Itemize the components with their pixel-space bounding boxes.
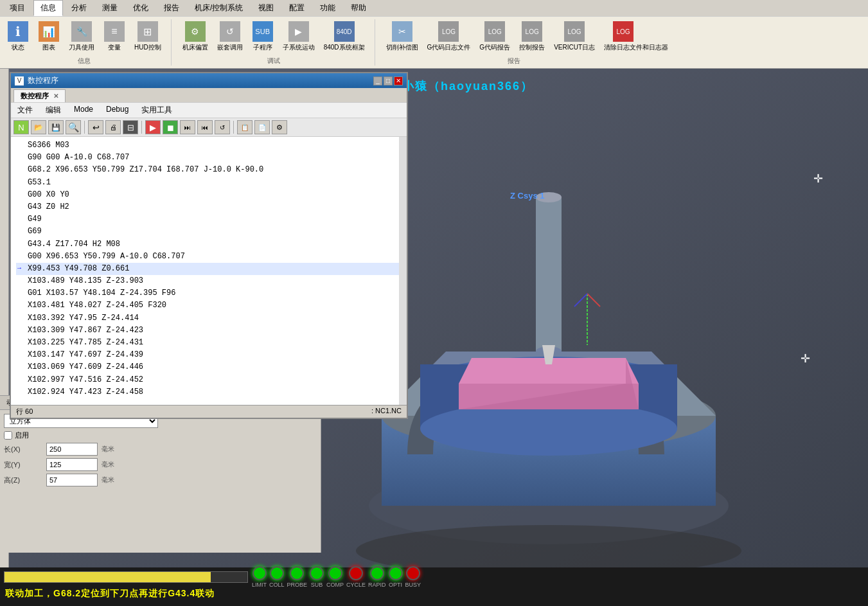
btn-clear-log[interactable]: LOG 清除日志文件和日志器 (601, 19, 646, 54)
nc-menu-debug[interactable]: Debug (102, 103, 132, 117)
nc-line-0[interactable]: S6366 M03 (16, 139, 402, 152)
nc-line-9[interactable]: G00 X96.653 Y50.799 A-10.0 C68.707 (16, 251, 402, 263)
btn-cut-comp[interactable]: ✂ 切削补偿图 (383, 19, 421, 54)
nc-line-20[interactable]: X102.924 Y47.423 Z-24.458 (16, 386, 402, 398)
nc-window-tabs: 数控程序 ✕ (11, 88, 407, 103)
btn-nested-call[interactable]: ↺ 嵌套调用 (214, 19, 246, 54)
toolbar-sep-1 (84, 121, 85, 134)
nc-line-11[interactable]: X103.489 Y48.135 Z-23.903 (16, 275, 402, 287)
tab-report[interactable]: 报告 (157, 0, 186, 16)
field-y-input[interactable] (46, 458, 98, 471)
nc-line-14[interactable]: X103.392 Y47.95 Z-24.414 (16, 312, 402, 325)
nc-btn-next[interactable]: ↺ (215, 120, 230, 134)
nc-scrollbar[interactable] (399, 137, 407, 405)
tab-config[interactable]: 配置 (282, 0, 312, 16)
nc-line-2[interactable]: G68.2 X96.653 Y50.799 Z17.704 I68.707 J-… (16, 164, 402, 176)
field-x-input[interactable] (46, 443, 98, 456)
nc-line-text-12: G01 X103.57 Y48.104 Z-24.395 F96 (28, 287, 175, 299)
btn-vericut-log[interactable]: LOG VERICUT日志 (551, 19, 598, 54)
btn-subprogram-label: 子程序 (253, 43, 272, 52)
nc-maximize-btn[interactable]: □ (384, 76, 393, 85)
nc-line-19[interactable]: X102.997 Y47.516 Z-24.452 (16, 374, 402, 386)
nc-line-text-7: G69 (28, 226, 42, 238)
tab-function[interactable]: 功能 (313, 0, 342, 16)
tab-info[interactable]: 信息 (33, 0, 63, 16)
tool-use-icon: 🔧 (71, 21, 92, 42)
nc-line-18[interactable]: X103.069 Y47.609 Z-24.446 (16, 361, 402, 373)
nc-line-text-14: X103.392 Y47.95 Z-24.414 (28, 312, 139, 325)
control-report-icon: LOG (522, 21, 542, 42)
tab-project[interactable]: 项目 (3, 0, 32, 16)
tab-help[interactable]: 帮助 (344, 0, 373, 16)
btn-control-report[interactable]: LOG 控制报告 (516, 19, 548, 54)
nc-line-3[interactable]: G53.1 (16, 177, 402, 189)
led-coll: COLL (269, 566, 285, 588)
nc-titlebar-buttons: _ □ ✕ (373, 76, 403, 85)
ribbon-group-report: ✂ 切削补偿图 LOG G代码日志文件 LOG G代码报告 LOG 控制报告 L… (383, 19, 652, 66)
nc-btn-toggle[interactable]: ⊟ (123, 120, 138, 134)
nc-btn-paste[interactable]: 📄 (254, 120, 270, 134)
nc-btn-open[interactable]: 📂 (31, 120, 46, 134)
btn-gcode-report[interactable]: LOG G代码报告 (476, 19, 513, 54)
nc-line-12[interactable]: G01 X103.57 Y48.104 Z-24.395 F96 (16, 287, 402, 299)
nc-line-text-5: G43 Z0 H2 (28, 201, 69, 213)
tab-analysis[interactable]: 分析 (64, 0, 94, 16)
nc-content[interactable]: S6366 M03G90 G00 A-10.0 C68.707G68.2 X96… (11, 137, 407, 405)
nc-line-text-20: X102.924 Y47.423 Z-24.458 (28, 386, 143, 398)
nc-menu-tools[interactable]: 实用工具 (137, 103, 176, 117)
btn-hud[interactable]: ⊞ HUD控制 (131, 19, 164, 54)
nc-menu-mode[interactable]: Mode (70, 103, 97, 117)
nc-line-15[interactable]: X103.309 Y47.867 Z-24.423 (16, 325, 402, 337)
nc-btn-new[interactable]: N (13, 120, 29, 134)
btn-840d[interactable]: 840D 840D系统框架 (321, 19, 368, 54)
nc-line-8[interactable]: G43.4 Z17.704 H2 M08 (16, 238, 402, 251)
nc-btn-undo[interactable]: ↩ (88, 120, 103, 134)
btn-variable[interactable]: ≡ 变量 (100, 19, 128, 54)
nc-line-16[interactable]: X103.225 Y47.785 Z-24.431 (16, 337, 402, 349)
nc-line-13[interactable]: X103.481 Y48.027 Z-24.405 F320 (16, 299, 402, 312)
nc-btn-settings[interactable]: ⚙ (272, 120, 287, 134)
main-area: UG爱好者小猿（haoyuan366） Z Csys 1 ✛ ✛ V 数控程序 … (0, 69, 868, 591)
btn-gcode-log[interactable]: LOG G代码日志文件 (424, 19, 474, 54)
nc-minimize-btn[interactable]: _ (373, 76, 382, 85)
tab-measure[interactable]: 测量 (95, 0, 125, 16)
svg-point-7 (420, 402, 677, 456)
btn-subprogram[interactable]: SUB 子程序 (249, 19, 277, 54)
nc-line-10[interactable]: →X99.453 Y49.708 Z0.661 (16, 263, 402, 275)
field-z-input[interactable] (46, 474, 98, 486)
led-cycle: CYCLE (346, 566, 366, 588)
nc-btn-stop[interactable]: ◼ (163, 120, 178, 134)
ribbon-group-debug: ⚙ 机床偏置 ↺ 嵌套调用 SUB 子程序 ▶ 子系统运动 840D 840 (179, 19, 375, 66)
enable-checkbox[interactable] (4, 431, 12, 440)
btn-vericut-log-label: VERICUT日志 (554, 43, 595, 52)
nc-line-4[interactable]: G00 X0 Y0 (16, 189, 402, 201)
nc-line-17[interactable]: X103.147 Y47.697 Z-24.439 (16, 349, 402, 361)
tab-view[interactable]: 视图 (251, 0, 281, 16)
nc-close-btn[interactable]: ✕ (394, 76, 403, 85)
btn-subsystem-motion[interactable]: ▶ 子系统运动 (279, 19, 318, 54)
nc-menu-file[interactable]: 文件 (13, 103, 37, 117)
tab-optimize[interactable]: 优化 (126, 0, 155, 16)
btn-status[interactable]: ℹ 状态 (4, 19, 32, 54)
nc-btn-find[interactable]: 🔍 (66, 120, 81, 134)
tab-machine[interactable]: 机床/控制系统 (188, 0, 250, 16)
nc-tab-active[interactable]: 数控程序 ✕ (13, 89, 66, 102)
svg-rect-8 (536, 197, 562, 352)
btn-machine-offset[interactable]: ⚙ 机床偏置 (179, 19, 211, 54)
btn-chart[interactable]: 📊 图表 (35, 19, 63, 54)
nc-line-1[interactable]: G90 G00 A-10.0 C68.707 (16, 152, 402, 164)
nc-line-6[interactable]: G49 (16, 213, 402, 226)
nc-line-5[interactable]: G43 Z0 H2 (16, 201, 402, 213)
nc-menu-edit[interactable]: 编辑 (42, 103, 65, 117)
btn-tool-use[interactable]: 🔧 刀具使用 (66, 19, 98, 54)
nc-tab-close[interactable]: ✕ (53, 93, 58, 100)
nc-btn-prev[interactable]: ⏮ (197, 120, 213, 134)
nc-btn-step[interactable]: ⏭ (180, 120, 195, 134)
btn-nested-call-label: 嵌套调用 (217, 43, 243, 52)
nc-line-7[interactable]: G69 (16, 226, 402, 238)
bottom-bar-text: 联动加工，G68.2定位到下刀点再进行G43.4联动 (0, 587, 868, 601)
nc-btn-print[interactable]: 🖨 (105, 120, 121, 134)
nc-btn-save[interactable]: 💾 (48, 120, 64, 134)
nc-btn-copy[interactable]: 📋 (237, 120, 252, 134)
nc-btn-run[interactable]: ▶ (145, 120, 161, 134)
